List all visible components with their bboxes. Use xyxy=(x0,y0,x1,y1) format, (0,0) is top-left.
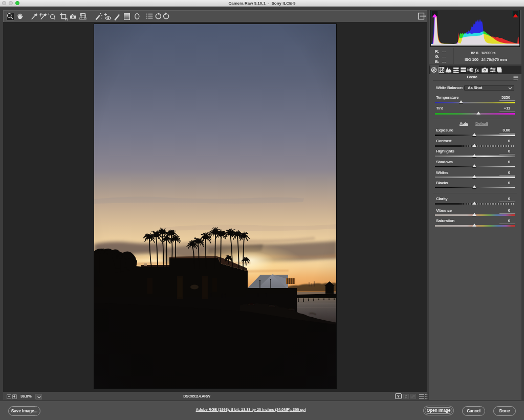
svg-text:fx: fx xyxy=(475,68,479,73)
